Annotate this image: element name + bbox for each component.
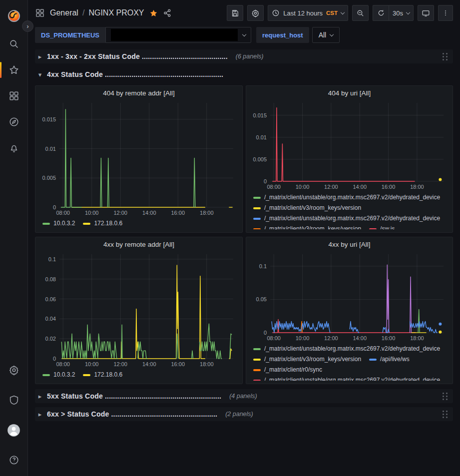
timeseries-chart[interactable]: 08:0010:0012:0014:0016:0018:0000.0050.01… <box>39 99 238 217</box>
legend-label: /_matrix/client/v3/room_keys/version <box>264 224 361 229</box>
sidebar-item-server-admin[interactable] <box>0 392 27 408</box>
search-icon <box>8 38 19 49</box>
sidebar-item-profile[interactable] <box>0 422 27 438</box>
legend-swatch <box>369 228 377 230</box>
refresh-icon <box>377 9 385 17</box>
panel-4xx-by-uri: 4xx by uri [All] 08:0010:0012:0014:0016:… <box>246 237 453 384</box>
apps-grid-icon[interactable] <box>35 8 45 18</box>
variable-value-ds-prometheus[interactable] <box>105 27 251 43</box>
svg-text:0.01: 0.01 <box>256 134 267 140</box>
svg-text:18:00: 18:00 <box>200 210 214 216</box>
save-dashboard-button[interactable] <box>227 5 243 21</box>
legend-item[interactable]: /sw.js <box>369 224 395 229</box>
timeseries-chart[interactable]: 08:0010:0012:0014:0016:0018:0000.020.040… <box>39 250 238 369</box>
legend-item[interactable]: 10.0.3.2 <box>42 218 75 229</box>
sidebar-item-alerting[interactable] <box>0 140 27 156</box>
row-drag-handle-icon[interactable] <box>443 53 451 60</box>
row-header-6xx[interactable]: ▸ 6xx > Status Code ....................… <box>35 407 453 421</box>
svg-text:0: 0 <box>264 178 267 184</box>
svg-text:12:00: 12:00 <box>113 210 127 216</box>
row-drag-handle-icon[interactable] <box>443 411 451 418</box>
legend-item[interactable]: /_matrix/client/unstable/org.matrix.msc2… <box>253 344 440 354</box>
panel-404-by-uri: 404 by uri [All] 08:0010:0012:0014:0016:… <box>246 85 453 233</box>
svg-text:10:00: 10:00 <box>85 361 99 367</box>
svg-text:16:00: 16:00 <box>171 361 185 367</box>
svg-text:16:00: 16:00 <box>171 210 185 216</box>
row-panel-count: (2 panels) <box>225 411 253 418</box>
legend-item[interactable]: 10.0.3.2 <box>42 370 75 380</box>
row-drag-handle-icon[interactable] <box>443 393 451 400</box>
time-range-picker[interactable]: Last 12 hours CST <box>268 5 348 21</box>
favorite-star-icon[interactable] <box>149 9 158 17</box>
legend-item[interactable]: /api/live/ws <box>369 354 410 365</box>
row-header-5xx[interactable]: ▸ 5xx Status Code ......................… <box>35 389 453 403</box>
svg-text:0.05: 0.05 <box>256 296 267 302</box>
page-title: NGINX PROXY <box>88 8 144 17</box>
sidebar-item-help[interactable] <box>0 452 27 468</box>
svg-text:0.06: 0.06 <box>45 296 56 302</box>
legend-item[interactable]: /_matrix/client/v3/room_keys/version <box>253 203 361 213</box>
legend-item[interactable]: 172.18.0.6 <box>83 370 122 380</box>
svg-text:0.005: 0.005 <box>42 175 56 181</box>
row-header-1xx-3xx-2xx[interactable]: ▸ 1xx - 3xx - 2xx Status Code ..........… <box>35 49 453 63</box>
row-header-4xx[interactable]: ▾ 4xx Status Code ......................… <box>35 67 453 81</box>
sidebar-expand-button[interactable]: › <box>22 20 33 32</box>
sidebar-item-explore[interactable] <box>0 114 27 130</box>
svg-text:0: 0 <box>53 356 56 362</box>
svg-text:14:00: 14:00 <box>353 335 367 341</box>
refresh-button[interactable] <box>373 5 389 21</box>
share-icon[interactable] <box>163 8 172 17</box>
legend-item[interactable]: /_matrix/client/v3/room_keys/version <box>253 354 361 365</box>
sidebar-item-starred[interactable] <box>0 62 27 78</box>
refresh-interval-dropdown[interactable]: 30s <box>389 5 414 21</box>
legend-swatch <box>253 359 261 361</box>
legend-item[interactable]: /_matrix/client/unstable/org.matrix.msc2… <box>253 213 440 224</box>
timeseries-chart[interactable]: 08:0010:0012:0014:0016:0018:0000.050.1 <box>250 250 449 343</box>
variable-value-request-host[interactable]: All <box>312 27 340 43</box>
legend-item[interactable]: /_matrix/client/v3/room_keys/version <box>253 224 361 229</box>
variable-selected-value: All <box>319 31 327 39</box>
chevron-right-icon: ▸ <box>37 393 43 400</box>
svg-text:0.1: 0.1 <box>48 256 56 262</box>
panel-title[interactable]: 404 by remote addr [All] <box>39 88 238 99</box>
zoom-out-button[interactable] <box>352 5 369 21</box>
svg-text:0: 0 <box>53 204 56 210</box>
breadcrumb: General / NGINX PROXY <box>50 8 144 17</box>
svg-text:08:00: 08:00 <box>56 361 70 367</box>
breadcrumb-section[interactable]: General <box>50 8 78 17</box>
refresh-controls: 30s <box>373 5 414 21</box>
row-title: 1xx - 3xx - 2xx Status Code ............… <box>47 52 228 60</box>
panel-legend: 10.0.3.2172.18.0.6 <box>39 369 238 381</box>
tv-mode-button[interactable] <box>418 5 434 21</box>
legend-item[interactable]: /_matrix/client/unstable/org.matrix.msc2… <box>253 375 440 381</box>
legend-swatch <box>253 218 261 220</box>
legend-item[interactable]: /_matrix/client/r0/sync <box>253 365 322 375</box>
more-options-button[interactable] <box>438 5 453 21</box>
legend-label: /_matrix/client/v3/room_keys/version <box>264 203 361 213</box>
sidebar-item-configuration[interactable] <box>0 362 27 378</box>
save-icon <box>231 9 239 17</box>
svg-text:18:00: 18:00 <box>410 335 424 341</box>
svg-text:12:00: 12:00 <box>113 361 127 367</box>
settings-gear-icon <box>251 9 260 17</box>
svg-text:0.005: 0.005 <box>253 156 267 162</box>
chevron-down-icon: ▾ <box>37 71 43 78</box>
panel-title[interactable]: 404 by uri [All] <box>250 88 449 99</box>
server-admin-shield-icon <box>8 395 19 406</box>
breadcrumb-separator: / <box>82 8 84 17</box>
dashboard-header: General / NGINX PROXY <box>28 0 460 26</box>
legend-label: /_matrix/client/unstable/org.matrix.msc2… <box>264 213 440 224</box>
sidebar-item-search[interactable] <box>0 36 27 52</box>
svg-text:08:00: 08:00 <box>267 335 281 341</box>
dashboard-settings-button[interactable] <box>247 5 264 21</box>
legend-swatch <box>253 369 261 371</box>
legend-item[interactable]: 172.18.0.6 <box>83 218 122 229</box>
chevron-down-icon <box>341 10 345 14</box>
panel-title[interactable]: 4xx by uri [All] <box>250 239 449 250</box>
sidebar-item-dashboards[interactable] <box>0 88 27 104</box>
panel-title[interactable]: 4xx by remote addr [All] <box>39 239 238 250</box>
timeseries-chart[interactable]: 08:0010:0012:0014:0016:0018:0000.0050.01… <box>250 99 449 191</box>
legend-item[interactable]: /_matrix/client/unstable/org.matrix.msc2… <box>253 192 440 203</box>
legend-swatch <box>253 380 261 381</box>
legend-label: /_matrix/client/unstable/org.matrix.msc2… <box>264 344 440 354</box>
